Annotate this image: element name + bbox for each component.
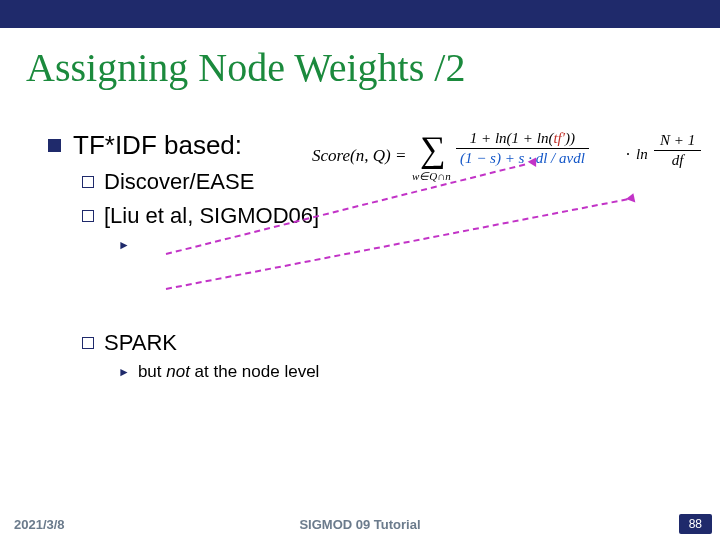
page-number: 88: [679, 514, 712, 534]
sub-discover-ease-label: Discover/EASE: [104, 169, 254, 195]
spark-note-prefix: but: [138, 362, 166, 381]
sub-spark-note: ► but not at the node level: [118, 362, 688, 382]
header-bar: [0, 0, 720, 28]
spark-note-suffix: at the node level: [190, 362, 319, 381]
sub-discover-ease: Discover/EASE: [82, 169, 688, 195]
spark-note-italic: not: [166, 362, 190, 381]
footer-center: SIGMOD 09 Tutorial: [0, 517, 720, 532]
sub-spark: SPARK: [82, 330, 688, 356]
footer: 2021/3/8 SIGMOD 09 Tutorial: [0, 517, 720, 532]
content-body: TF*IDF based: Discover/EASE [Liu et al, …: [48, 130, 688, 382]
slide-title: Assigning Node Weights /2: [26, 44, 465, 91]
hollow-square-icon: [82, 337, 94, 349]
sub-liu: [Liu et al, SIGMOD06]: [82, 203, 688, 229]
bullet-tfidf: TF*IDF based:: [48, 130, 688, 161]
triangle-icon: ►: [118, 365, 130, 379]
sub-liu-label: [Liu et al, SIGMOD06]: [104, 203, 319, 229]
hollow-square-icon: [82, 176, 94, 188]
triangle-icon: ►: [118, 238, 130, 252]
filled-square-icon: [48, 139, 61, 152]
bullet-tfidf-label: TF*IDF based:: [73, 130, 242, 161]
hollow-square-icon: [82, 210, 94, 222]
sub-spark-label: SPARK: [104, 330, 177, 356]
